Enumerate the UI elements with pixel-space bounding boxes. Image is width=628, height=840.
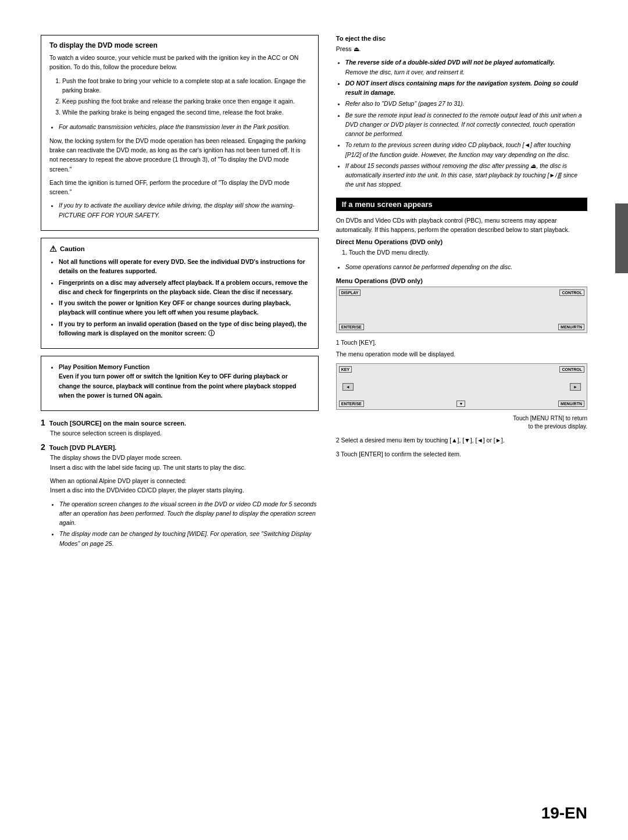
eject-note-0-bold: The reverse side of a double-sided DVD w… <box>345 59 555 66</box>
section-display-dvd-note2: If you try to activate the auxiliary dev… <box>59 201 310 220</box>
menu-section: If a menu screen appears On DVDs and Vid… <box>336 198 587 459</box>
dvd-screen1-bottom: ENTER/SE MENU/RTN <box>339 324 584 330</box>
eject-press: Press ⏏. <box>336 44 587 53</box>
left-column: To display the DVD mode screen To watch … <box>41 35 319 805</box>
dvd-screen2-top: KEY CONTROL <box>339 366 584 373</box>
dvd-screen2-bottom-left: ENTER/SE <box>339 401 364 407</box>
menu-section-heading: If a menu screen appears <box>336 198 587 211</box>
direct-menu-note1: Some operations cannot be performed depe… <box>345 262 587 271</box>
main-step-2: 2 Touch [DVD PLAYER]. The display shows … <box>41 442 319 548</box>
menu-ops: Menu Operations (DVD only) DISPLAY CONTR… <box>336 277 587 459</box>
tab-marker <box>615 203 628 273</box>
section-display-dvd-title: To display the DVD mode screen <box>49 41 310 49</box>
dvd-screen2-top-left: KEY <box>339 366 352 373</box>
direct-menu-steps: Touch the DVD menu directly. <box>336 248 587 257</box>
eject-note-4: To return to the previous screen during … <box>345 140 587 159</box>
touch-caption-line2: to the previous display. <box>528 423 587 430</box>
caution-item-4: If you try to perform an invalid operati… <box>59 319 310 338</box>
section-display-dvd-body1: Now, the locking system for the DVD mode… <box>49 136 310 174</box>
dvd-screen2-bottom-right: MENU/RTN <box>558 401 584 407</box>
note-box-items: Play Position Memory Function Even if yo… <box>49 362 310 400</box>
dvd-screen1-bottom-right: MENU/RTN <box>558 324 584 330</box>
step2-desc1-text: The display shows the DVD player mode sc… <box>50 453 319 472</box>
dvd-screen-2: KEY CONTROL ◄ ► ENTER/SE ▼ MENU/RTN <box>336 363 587 410</box>
eject-note-2: Refer also to "DVD Setup" (pages 27 to 3… <box>345 99 587 108</box>
step2-desc1: The display shows the DVD player mode sc… <box>50 453 319 548</box>
step-item-3: While the parking brake is being engaged… <box>62 108 310 117</box>
eject-note-1: DO NOT insert discs containing maps for … <box>345 78 587 98</box>
eject-note-0: The reverse side of a double-sided DVD w… <box>345 58 587 77</box>
direct-menu-step1: Touch the DVD menu directly. <box>349 248 587 257</box>
dvd-screen1-top-right: CONTROL <box>559 289 584 296</box>
eject-note-3: Be sure the remote input lead is connect… <box>345 110 587 139</box>
section-display-dvd-note1-list: For automatic transmission vehicles, pla… <box>49 122 310 131</box>
caution-title: ⚠ Caution <box>49 244 310 253</box>
caution-items: Not all functions will operate for every… <box>49 257 310 338</box>
eject-title: To eject the disc <box>336 35 587 42</box>
note-box-play-position: Play Position Memory Function Even if yo… <box>41 356 319 411</box>
menu-ops-title: Menu Operations (DVD only) <box>336 277 587 284</box>
dvd-screen2-btn-right: ► <box>570 383 581 391</box>
section-display-dvd-note1: For automatic transmission vehicles, pla… <box>59 122 310 131</box>
step2-note2: The display mode can be changed by touch… <box>59 529 319 548</box>
note-box-body: Even if you turn power off or switch the… <box>59 373 296 399</box>
dvd-screen2-bottom-mid: ▼ <box>456 401 465 407</box>
direct-menu-title: Direct Menu Operations (DVD only) <box>336 238 587 245</box>
dvd-screen2-btn-left: ◄ <box>342 383 354 391</box>
dvd-screen2-top-right: CONTROL <box>559 366 584 373</box>
step-item-2: Keep pushing the foot brake and release … <box>62 96 310 106</box>
step1-label: Touch [SOURCE] on the main source screen… <box>49 420 186 427</box>
right-column: To eject the disc Press ⏏. The reverse s… <box>336 35 587 805</box>
main-step-1: 1 Touch [SOURCE] on the main source scre… <box>41 418 319 438</box>
section-display-dvd-intro: To watch a video source, your vehicle mu… <box>49 53 310 72</box>
page: To display the DVD mode screen To watch … <box>0 0 628 840</box>
note-box-title: Play Position Memory Function <box>59 363 149 370</box>
eject-section: To eject the disc Press ⏏. The reverse s… <box>336 35 587 190</box>
direct-menu-ops: Direct Menu Operations (DVD only) Touch … <box>336 238 587 271</box>
touch-caption-line1: Touch [MENU RTN] to return <box>513 415 587 421</box>
caution-item-3: If you switch the power or Ignition Key … <box>59 298 310 317</box>
caution-triangle-icon: ⚠ <box>49 244 57 253</box>
eject-note-0-normal: Remove the disc, turn it over, and reins… <box>345 69 465 76</box>
step2-number: 2 <box>41 442 45 452</box>
touch-menu-caption: Touch [MENU RTN] to return to the previo… <box>336 414 587 431</box>
dvd-screen2-bottom: ENTER/SE ▼ MENU/RTN <box>339 401 584 407</box>
step-item-1: Push the foot brake to bring your vehicl… <box>62 76 310 95</box>
menu-section-intro: On DVDs and Video CDs with playback cont… <box>336 216 587 235</box>
menu-ops-step3: 3 Touch [ENTER] to confirm the selected … <box>336 449 587 459</box>
dvd-screen1-top-left: DISPLAY <box>339 289 361 296</box>
section-display-dvd-body2: Each time the ignition is turned OFF, pe… <box>49 178 310 197</box>
dvd-screen2-middle: ◄ ► <box>339 381 584 393</box>
caution-item-2: Fingerprints on a disc may adversely aff… <box>59 278 310 297</box>
caution-box: ⚠ Caution Not all functions will operate… <box>41 238 319 349</box>
step1-desc: The source selection screen is displayed… <box>50 428 319 438</box>
step2-note1: The operation screen changes to the visu… <box>59 499 319 528</box>
menu-ops-step2: 2 Select a desired menu item by touching… <box>336 435 587 445</box>
step1-number: 1 <box>41 418 45 427</box>
dvd-screen-1: DISPLAY CONTROL ENTER/SE MENU/RTN <box>336 287 587 333</box>
section-display-dvd: To display the DVD mode screen To watch … <box>41 35 319 231</box>
note-box-item: Play Position Memory Function Even if yo… <box>59 362 310 400</box>
eject-note-5: If about 15 seconds passes without remov… <box>345 161 587 190</box>
menu-ops-step1: 1 Touch [KEY]. <box>336 338 587 347</box>
menu-ops-step1-desc: The menu operation mode will be displaye… <box>336 349 587 359</box>
page-number: 19-EN <box>541 804 587 823</box>
eject-notes: The reverse side of a double-sided DVD w… <box>336 58 587 189</box>
step2-notes: The operation screen changes to the visu… <box>50 499 319 548</box>
dvd-screen1-bottom-left: ENTER/SE <box>339 324 364 330</box>
direct-menu-notes: Some operations cannot be performed depe… <box>336 262 587 271</box>
dvd-screen1-top: DISPLAY CONTROL <box>339 289 584 296</box>
step2-label: Touch [DVD PLAYER]. <box>49 444 117 451</box>
section-display-dvd-steps: Push the foot brake to bring your vehicl… <box>49 76 310 117</box>
section-display-dvd-note2-list: If you try to activate the auxiliary dev… <box>49 201 310 220</box>
caution-item-1: Not all functions will operate for every… <box>59 257 310 276</box>
step2-desc2-text: When an optional Alpine DVD player is co… <box>50 476 319 495</box>
